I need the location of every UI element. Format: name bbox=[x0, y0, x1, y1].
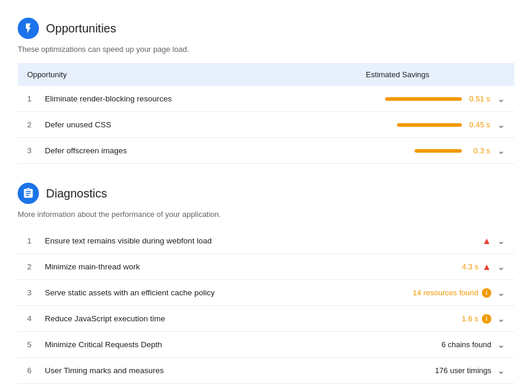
opportunities-header: Opportunities bbox=[18, 18, 514, 39]
expand-chevron[interactable]: ⌄ bbox=[497, 235, 505, 246]
expand-chevron[interactable]: ⌄ bbox=[497, 287, 505, 298]
diagnostics-title: Diagnostics bbox=[46, 187, 107, 200]
row-label: Minimize main-thread work bbox=[35, 254, 330, 280]
opportunities-title: Opportunities bbox=[46, 22, 116, 35]
expand-chevron[interactable]: ⌄ bbox=[497, 93, 505, 104]
diagnostic-row: 5 Minimize Critical Requests Depth 6 cha… bbox=[18, 332, 514, 358]
savings-bar-container bbox=[415, 149, 462, 153]
opportunity-col-header: Opportunity bbox=[18, 63, 281, 86]
diagnostics-table: 1 Ensure text remains visible during web… bbox=[18, 228, 514, 384]
row-label: Eliminate render-blocking resources bbox=[35, 86, 281, 112]
row-num: 6 bbox=[18, 358, 35, 384]
row-label: Ensure text remains visible during webfo… bbox=[35, 228, 330, 254]
diagnostics-header: Diagnostics bbox=[18, 183, 514, 204]
expand-chevron[interactable]: ⌄ bbox=[497, 261, 505, 272]
lightning-icon bbox=[22, 22, 34, 34]
savings-bar bbox=[415, 149, 462, 153]
savings-bar bbox=[397, 123, 462, 127]
row-savings: 0.3 s ⌄ bbox=[281, 138, 514, 164]
savings-bar-container bbox=[397, 123, 462, 127]
expand-chevron[interactable]: ⌄ bbox=[497, 119, 505, 130]
row-label: Defer offscreen images bbox=[35, 138, 281, 164]
row-num: 4 bbox=[18, 306, 35, 332]
diag-value: 4.3 s bbox=[462, 262, 478, 271]
opportunities-icon bbox=[18, 18, 39, 39]
expand-chevron[interactable]: ⌄ bbox=[497, 365, 505, 376]
diagnostic-row: 6 User Timing marks and measures 176 use… bbox=[18, 358, 514, 384]
row-num: 1 bbox=[18, 228, 35, 254]
opportunities-subtitle: These optimizations can speed up your pa… bbox=[18, 45, 514, 54]
diagnostic-row: 3 Serve static assets with an efficient … bbox=[18, 280, 514, 306]
expand-chevron[interactable]: ⌄ bbox=[497, 313, 505, 324]
row-savings: 0.45 s ⌄ bbox=[281, 112, 514, 138]
row-num: 5 bbox=[18, 332, 35, 358]
info-icon[interactable]: i bbox=[482, 288, 491, 298]
row-badge: 4.3 s ▲ ⌄ bbox=[330, 254, 514, 280]
row-label: User Timing marks and measures bbox=[35, 358, 330, 384]
row-num: 3 bbox=[18, 280, 35, 306]
savings-bar bbox=[385, 97, 462, 101]
savings-col-header: Estimated Savings bbox=[281, 63, 514, 86]
diagnostic-row: 4 Reduce JavaScript execution time 1.6 s… bbox=[18, 306, 514, 332]
diag-value: 6 chains found bbox=[441, 340, 491, 349]
diagnostic-row: 2 Minimize main-thread work 4.3 s ▲ ⌄ bbox=[18, 254, 514, 280]
row-label: Reduce JavaScript execution time bbox=[35, 306, 330, 332]
info-icon[interactable]: i bbox=[482, 314, 491, 324]
row-num: 2 bbox=[18, 112, 35, 138]
savings-bar-container bbox=[385, 97, 462, 101]
row-num: 1 bbox=[18, 86, 35, 112]
row-savings: 0.51 s ⌄ bbox=[281, 86, 514, 112]
diagnostics-icon bbox=[18, 183, 39, 204]
row-label: Serve static assets with an efficient ca… bbox=[35, 280, 330, 306]
opportunities-table: Opportunity Estimated Savings 1 Eliminat… bbox=[18, 63, 514, 164]
diag-value: 14 resources found bbox=[413, 288, 478, 297]
diagnostic-row: 1 Ensure text remains visible during web… bbox=[18, 228, 514, 254]
row-badge: 6 chains found ⌄ bbox=[330, 332, 514, 358]
opportunity-row: 3 Defer offscreen images 0.3 s ⌄ bbox=[18, 138, 514, 164]
savings-value: 0.51 s bbox=[467, 94, 490, 103]
expand-chevron[interactable]: ⌄ bbox=[497, 145, 505, 156]
savings-value: 0.45 s bbox=[467, 120, 490, 129]
row-num: 2 bbox=[18, 254, 35, 280]
row-badge: ▲ ⌄ bbox=[330, 228, 514, 254]
diag-value: 176 user timings bbox=[435, 366, 491, 375]
expand-chevron[interactable]: ⌄ bbox=[497, 339, 505, 350]
warn-red-icon: ▲ bbox=[482, 236, 491, 246]
diag-value: 1.6 s bbox=[462, 314, 478, 323]
opportunity-row: 1 Eliminate render-blocking resources 0.… bbox=[18, 86, 514, 112]
opportunity-row: 2 Defer unused CSS 0.45 s ⌄ bbox=[18, 112, 514, 138]
row-label: Minimize Critical Requests Depth bbox=[35, 332, 330, 358]
savings-value: 0.3 s bbox=[467, 146, 490, 155]
row-badge: 14 resources found i ⌄ bbox=[330, 280, 514, 306]
diagnostics-subtitle: More information about the performance o… bbox=[18, 210, 514, 219]
clipboard-icon bbox=[22, 187, 34, 199]
warn-orange-icon: ▲ bbox=[482, 262, 491, 272]
row-label: Defer unused CSS bbox=[35, 112, 281, 138]
row-num: 3 bbox=[18, 138, 35, 164]
row-badge: 176 user timings ⌄ bbox=[330, 358, 514, 384]
row-badge: 1.6 s i ⌄ bbox=[330, 306, 514, 332]
